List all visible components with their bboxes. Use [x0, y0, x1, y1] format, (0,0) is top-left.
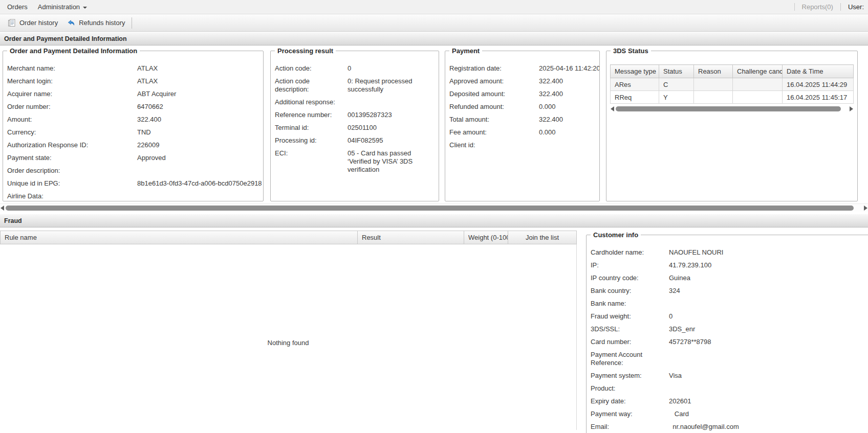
order-history-icon	[8, 19, 16, 27]
three-ds-table: Message type Status Reason Challenge can…	[610, 64, 854, 104]
field-label: Unique id in EPG:	[7, 179, 137, 188]
fieldset-legend-customer-info: Customer info	[591, 231, 641, 239]
field-row: Merchant name: ATLAX	[7, 64, 259, 73]
three-ds-status-fieldset: 3DS Status Message type Status Reason Ch…	[606, 51, 858, 201]
field-label: Payment state:	[7, 154, 137, 162]
scrollbar-track[interactable]	[616, 106, 848, 112]
field-row: Product:	[591, 384, 868, 393]
table-row[interactable]: ARes C 16.04.2025 11:44:29	[611, 78, 854, 91]
field-row: Registration date: 2025-04-16 11:42:20	[449, 64, 595, 73]
field-row: Action code: 0	[275, 64, 435, 73]
field-label: Registration date:	[449, 64, 539, 73]
field-row: Authorization Response ID: 226009	[7, 141, 259, 149]
field-value: 322.400	[137, 116, 259, 124]
user-label: User:	[841, 3, 864, 11]
field-label: Airline Data:	[7, 192, 137, 200]
menu-item-administration-label: Administration	[38, 3, 80, 11]
field-value: ATLAX	[137, 64, 259, 73]
scrollbar-track[interactable]	[6, 205, 862, 211]
payment-fieldset: Payment Registration date: 2025-04-16 11…	[445, 51, 600, 201]
field-row: Approved amount: 322.400	[449, 77, 595, 85]
field-value: NAOUFEL NOURI	[669, 248, 868, 257]
field-row: Client id:	[449, 141, 595, 149]
field-row: Fee amount: 0.000	[449, 128, 595, 136]
field-value: 0.000	[539, 103, 595, 111]
field-label: Terminal id:	[275, 124, 348, 132]
field-label: Action code description:	[275, 77, 348, 94]
three-ds-horizontal-scrollbar[interactable]	[610, 105, 854, 112]
main-horizontal-scrollbar[interactable]	[0, 203, 868, 212]
field-value: 2025-04-16 11:42:20	[539, 64, 599, 73]
field-label: Product:	[591, 384, 669, 393]
field-row: Cardholder name: NAOUFEL NOURI	[591, 248, 868, 257]
table-row[interactable]: RReq Y 16.04.2025 11:45:17	[611, 91, 854, 104]
menu-item-orders[interactable]: Orders	[4, 3, 31, 11]
field-value: 226009	[137, 141, 259, 149]
field-value: 02501100	[348, 124, 435, 132]
field-row: Payment Account Reference:	[591, 351, 868, 367]
scroll-left-arrow-icon[interactable]	[1, 206, 4, 211]
toolbar: Order history Refunds history	[0, 14, 868, 32]
field-value: Approved	[137, 154, 259, 162]
field-value: 0: Request processed successfully	[348, 77, 435, 94]
field-row: Order number: 6470662	[7, 103, 259, 111]
fieldset-legend-payment: Payment	[449, 47, 482, 55]
payment-body: Registration date: 2025-04-16 11:42:20 A…	[445, 51, 599, 201]
table-cell: 16.04.2025 11:44:29	[783, 78, 854, 91]
field-label: Fee amount:	[449, 128, 539, 136]
col-header-challenge-cancel: Challenge cancel	[733, 65, 783, 78]
table-cell: 16.04.2025 11:45:17	[783, 91, 854, 104]
fieldset-legend-processing-result: Processing result	[275, 47, 336, 55]
page-section-header: Order and Payment Detailed Information	[0, 32, 868, 45]
field-row: Fraud weight: 0	[591, 312, 868, 321]
scroll-left-arrow-icon[interactable]	[611, 106, 614, 111]
field-value: 8b1e61d3-0fd3-47cd-a006-bcd0750e2918	[137, 179, 262, 188]
field-row: Currency: TND	[7, 128, 259, 136]
field-value: 05 - Card has passed ‘Verified by VISA’ …	[348, 149, 435, 174]
field-row: Refunded amount: 0.000	[449, 103, 595, 111]
field-row: Expiry date: 202601	[591, 397, 868, 405]
field-label: Expiry date:	[591, 397, 669, 405]
scroll-right-arrow-icon[interactable]	[850, 106, 853, 111]
field-label: Client id:	[449, 141, 539, 149]
scrollbar-thumb[interactable]	[616, 106, 841, 111]
menu-item-administration[interactable]: Administration	[35, 3, 90, 11]
field-row: Payment state: Approved	[7, 154, 259, 162]
field-label: Bank country:	[591, 287, 669, 295]
menu-item-orders-label: Orders	[7, 3, 28, 11]
table-cell	[733, 78, 783, 91]
field-label: Cardholder name:	[591, 248, 669, 257]
order-info-fieldset: Order and Payment Detailed Information M…	[3, 51, 264, 201]
field-value: 001395287323	[348, 111, 435, 119]
field-value: ATLAX	[137, 77, 259, 85]
field-label: IP:	[591, 261, 669, 269]
field-row: Order description:	[7, 167, 259, 175]
field-label: Order number:	[7, 103, 137, 111]
field-value: 322.400	[539, 116, 595, 124]
field-label: IP country code:	[591, 274, 669, 282]
fraud-section-header: Fraud	[0, 214, 868, 227]
field-value: 3DS_enr	[669, 325, 868, 333]
fraud-area: Rule name Result Weight (0-100) Join the…	[0, 227, 868, 433]
order-history-button[interactable]: Order history	[3, 17, 62, 29]
reports-link[interactable]: Reports(0)	[795, 3, 840, 11]
scrollbar-thumb[interactable]	[6, 206, 854, 211]
fieldset-legend-order-info: Order and Payment Detailed Information	[7, 47, 140, 55]
scroll-right-arrow-icon[interactable]	[864, 206, 867, 211]
field-value: Guinea	[669, 274, 868, 282]
fraud-section-header-label: Fraud	[4, 217, 22, 224]
field-value: 322.400	[539, 77, 595, 85]
field-label: Merchant name:	[7, 64, 137, 73]
field-row: Card number: 457278**8798	[591, 338, 868, 346]
field-label: Bank name:	[591, 300, 669, 308]
col-header-date-time: Date & Time	[783, 65, 854, 78]
col-header-join-the-list: Join the list	[508, 231, 576, 244]
order-history-label: Order history	[19, 19, 58, 27]
field-label: Order description:	[7, 167, 137, 175]
refunds-history-button[interactable]: Refunds history	[62, 17, 129, 29]
field-row: Terminal id: 02501100	[275, 124, 435, 132]
field-label: Total amount:	[449, 116, 539, 124]
field-value: nr.naoufel@gmail.com	[669, 423, 868, 431]
field-row: Deposited amount: 322.400	[449, 90, 595, 98]
field-row: Reference number: 001395287323	[275, 111, 435, 119]
